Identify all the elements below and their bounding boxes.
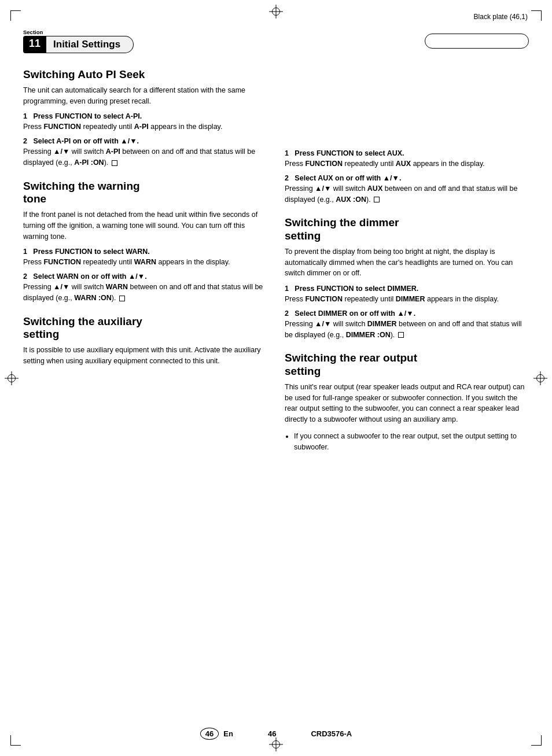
right-column: 1 Press FUNCTION to select AUX. Press FU… (285, 68, 529, 464)
dimmer-step1-body: Press FUNCTION repeatedly until DIMMER a… (285, 294, 529, 305)
dimmer-step2-header: 2 Select DIMMER on or off with ▲/▼. (285, 309, 529, 318)
aux-step1: 1 Press FUNCTION to select AUX. Press FU… (285, 149, 529, 169)
dimmer-step1: 1 Press FUNCTION to select DIMMER. Press… (285, 285, 529, 305)
dimmer-setting-section: Switching the dimmersetting To prevent t… (285, 216, 529, 340)
auto-pi-step2-body: Pressing ▲/▼ will switch A-PI between on… (23, 146, 267, 168)
section-title: Initial Settings (46, 36, 134, 53)
dimmer-intro: To prevent the display from being too br… (285, 246, 529, 279)
dimmer-step2: 2 Select DIMMER on or off with ▲/▼. Pres… (285, 309, 529, 341)
stop-symbol-3 (374, 197, 380, 202)
aux-step2-body: Pressing ▲/▼ will switch AUX between on … (285, 183, 529, 205)
auto-pi-step1: 1 Press FUNCTION to select A-PI. Press F… (23, 112, 267, 132)
rear-output-intro: This unit's rear output (rear speaker le… (285, 382, 529, 425)
warn-step2: 2 Select WARN on or off with ▲/▼. Pressi… (23, 272, 267, 304)
step1-number: 1 (23, 112, 33, 120)
dimmer-heading: Switching the dimmersetting (285, 216, 529, 243)
warn-step1: 1 Press FUNCTION to select WARN. Press F… (23, 248, 267, 268)
warning-tone-heading: Switching the warningtone (23, 180, 267, 206)
auxiliary-intro: It is possible to use auxiliary equipmen… (23, 345, 267, 367)
warn-step2-header: 2 Select WARN on or off with ▲/▼. (23, 272, 267, 281)
section-number: 11 (23, 36, 46, 53)
footer-page-number-circle: 46 (200, 728, 219, 740)
rear-output-heading: Switching the rear outputsetting (285, 352, 529, 378)
aux-step1-body: Press FUNCTION repeatedly until AUX appe… (285, 158, 529, 169)
warning-tone-section: Switching the warningtone If the front p… (23, 180, 267, 304)
auto-pi-step1-header: 1 Press FUNCTION to select A-PI. (23, 112, 267, 120)
footer-center-page: 46 (268, 729, 276, 738)
aux-step2-header: 2 Select AUX on or off with ▲/▼. (285, 174, 529, 182)
warn-step2-body: Pressing ▲/▼ will switch WARN between on… (23, 282, 267, 304)
auto-pi-seek-intro: The unit can automatically search for a … (23, 85, 267, 107)
section-label: Section (23, 29, 134, 35)
rear-output-bullet-list: If you connect a subwoofer to the rear o… (285, 431, 529, 453)
footer-en-label: En (223, 729, 233, 738)
warning-tone-intro: If the front panel is not detached from … (23, 209, 267, 242)
warn-step1-header: 1 Press FUNCTION to select WARN. (23, 248, 267, 256)
auto-pi-step2: 2 Select A-PI on or off with ▲/▼. Pressi… (23, 137, 267, 168)
auto-pi-seek-section: Switching Auto PI Seek The unit can auto… (23, 68, 267, 168)
stop-symbol-2 (119, 296, 125, 301)
aux-steps-section: 1 Press FUNCTION to select AUX. Press FU… (285, 149, 529, 205)
left-column: Switching Auto PI Seek The unit can auto… (23, 68, 267, 464)
reg-mark-right (533, 371, 547, 385)
auxiliary-heading: Switching the auxiliarysetting (23, 315, 267, 342)
header-right-pill (425, 34, 529, 49)
footer-product-code: CRD3576-A (311, 729, 352, 738)
auto-pi-step1-body: Press FUNCTION repeatedly until A-PI app… (23, 121, 267, 132)
warn-step1-body: Press FUNCTION repeatedly until WARN app… (23, 257, 267, 268)
aux-step1-header: 1 Press FUNCTION to select AUX. (285, 149, 529, 157)
auxiliary-setting-section: Switching the auxiliarysetting It is pos… (23, 315, 267, 367)
dimmer-step1-header: 1 Press FUNCTION to select DIMMER. (285, 285, 529, 293)
stop-symbol-1 (112, 160, 117, 166)
rear-output-section: Switching the rear outputsetting This un… (285, 352, 529, 452)
auto-pi-seek-heading: Switching Auto PI Seek (23, 68, 267, 82)
reg-mark-left (5, 371, 19, 385)
footer-left: 46 En (200, 728, 233, 740)
page-footer: 46 En 46 CRD3576-A (0, 728, 552, 740)
dimmer-step2-body: Pressing ▲/▼ will switch DIMMER between … (285, 319, 529, 341)
rear-output-bullet1: If you connect a subwoofer to the rear o… (294, 431, 529, 453)
aux-step2: 2 Select AUX on or off with ▲/▼. Pressin… (285, 174, 529, 205)
auto-pi-step2-header: 2 Select A-PI on or off with ▲/▼. (23, 137, 267, 145)
step2-number: 2 (23, 137, 33, 145)
stop-symbol-4 (398, 332, 404, 338)
